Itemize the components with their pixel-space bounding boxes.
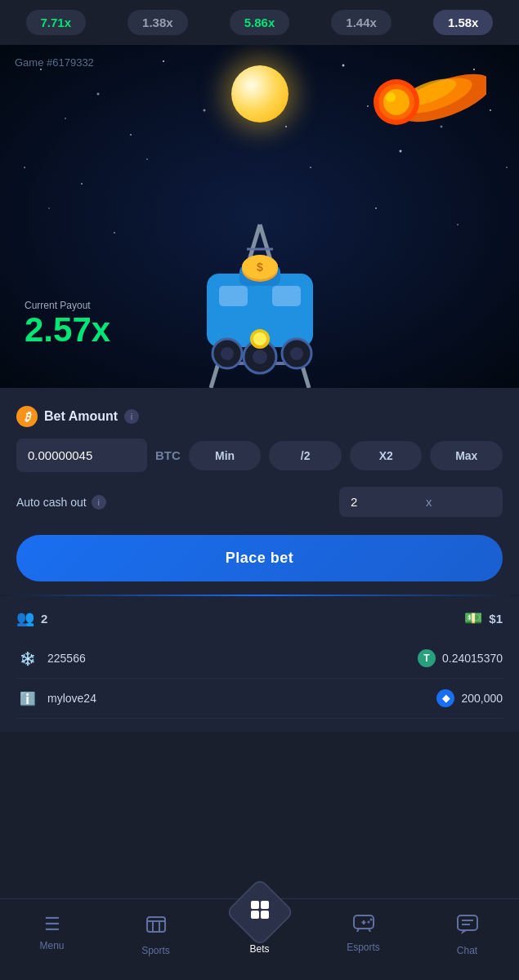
nav-bets-label: Bets bbox=[249, 943, 269, 955]
player-1-token-icon: T bbox=[418, 649, 436, 667]
bet-amount-input[interactable] bbox=[16, 439, 147, 472]
nav-menu-label: Menu bbox=[39, 940, 64, 951]
money-icon: 💵 bbox=[464, 609, 482, 627]
svg-point-66 bbox=[367, 921, 369, 924]
auto-cashout-info-icon[interactable]: i bbox=[92, 495, 106, 510]
auto-cashout-row: Auto cash out i x bbox=[16, 487, 503, 517]
svg-rect-43 bbox=[272, 286, 301, 306]
auto-cashout-input[interactable] bbox=[351, 495, 416, 509]
svg-point-51 bbox=[253, 332, 266, 345]
svg-point-48 bbox=[253, 350, 267, 364]
svg-rect-70 bbox=[458, 915, 477, 930]
player-2-amount: 200,000 bbox=[461, 692, 503, 705]
multiplier-pill-4[interactable]: 1.44x bbox=[331, 10, 391, 35]
menu-icon: ☰ bbox=[44, 914, 60, 935]
bet-amount-info-icon[interactable]: i bbox=[124, 409, 139, 424]
svg-rect-61 bbox=[251, 911, 259, 919]
player-2-left: ℹ️ mylove24 bbox=[16, 687, 96, 710]
players-stats: 👥 2 💵 $1 bbox=[16, 609, 503, 627]
svg-rect-42 bbox=[219, 286, 248, 306]
chat-icon bbox=[456, 914, 479, 940]
svg-point-1 bbox=[97, 93, 100, 96]
player-1-name: 225566 bbox=[47, 652, 86, 665]
multiplier-pill-1[interactable]: 7.71x bbox=[26, 10, 87, 35]
nav-bets[interactable]: Bets bbox=[208, 888, 311, 955]
current-payout: Current Payout 2.57x bbox=[25, 300, 110, 347]
train-track-visual: $ bbox=[56, 102, 464, 388]
player-2-avatar: ℹ️ bbox=[16, 687, 39, 710]
svg-point-47 bbox=[221, 347, 234, 360]
svg-point-30 bbox=[386, 92, 396, 102]
player-2-name: mylove24 bbox=[47, 692, 96, 705]
max-button[interactable]: Max bbox=[430, 441, 503, 470]
player-1-avatar: ❄️ bbox=[16, 647, 39, 670]
nav-chat-label: Chat bbox=[457, 945, 477, 956]
nav-sports[interactable]: Sports bbox=[104, 911, 208, 956]
btc-icon: ₿ bbox=[16, 406, 38, 427]
bet-amount-title: Bet Amount bbox=[44, 409, 118, 424]
nav-bets-diamond bbox=[225, 878, 294, 947]
multiplier-pill-3[interactable]: 5.86x bbox=[230, 10, 290, 35]
svg-point-13 bbox=[490, 109, 491, 111]
multiplier-pill-2[interactable]: 1.38x bbox=[128, 10, 188, 35]
half-button[interactable]: /2 bbox=[269, 441, 342, 470]
auto-cashout-x[interactable]: x bbox=[426, 495, 432, 509]
double-button[interactable]: X2 bbox=[350, 441, 423, 470]
bet-controls: BTC Min /2 X2 Max bbox=[16, 439, 503, 472]
players-icon: 👥 bbox=[16, 609, 34, 627]
total-bet-stat: 💵 $1 bbox=[464, 609, 503, 627]
svg-rect-62 bbox=[261, 911, 269, 919]
nav-chat[interactable]: Chat bbox=[415, 911, 519, 956]
player-2-right: ◆ 200,000 bbox=[436, 689, 503, 707]
nav-sports-label: Sports bbox=[141, 945, 170, 956]
svg-point-2 bbox=[163, 60, 164, 62]
player-count-stat: 👥 2 bbox=[16, 609, 47, 627]
player-row-2: ℹ️ mylove24 ◆ 200,000 bbox=[16, 679, 503, 719]
sports-icon bbox=[145, 914, 167, 940]
player-2-token-icon: ◆ bbox=[436, 689, 454, 707]
player-count-value: 2 bbox=[41, 612, 47, 626]
players-section: 👥 2 💵 $1 ❄️ 225566 T 0.24015370 ℹ️ mylov… bbox=[0, 596, 519, 732]
svg-point-49 bbox=[290, 347, 303, 360]
player-row-1: ❄️ 225566 T 0.24015370 bbox=[16, 639, 503, 679]
svg-point-19 bbox=[506, 167, 508, 168]
game-id: Game #6179332 bbox=[15, 56, 94, 69]
svg-point-14 bbox=[24, 167, 25, 168]
svg-rect-55 bbox=[147, 917, 165, 932]
svg-point-20 bbox=[48, 207, 50, 209]
game-area: Game #6179332 bbox=[0, 45, 519, 388]
nav-esports-label: Esports bbox=[347, 942, 380, 953]
esports-icon bbox=[352, 914, 375, 937]
svg-point-0 bbox=[40, 69, 42, 70]
bet-currency-label: BTC bbox=[155, 448, 181, 462]
svg-point-67 bbox=[369, 919, 372, 921]
total-bet-value: $1 bbox=[489, 612, 503, 626]
svg-rect-60 bbox=[261, 901, 269, 909]
svg-text:$: $ bbox=[257, 261, 263, 274]
current-payout-value: 2.57x bbox=[25, 313, 110, 347]
player-1-amount: 0.24015370 bbox=[442, 652, 503, 665]
min-button[interactable]: Min bbox=[189, 441, 262, 470]
nav-menu[interactable]: ☰ Menu bbox=[0, 911, 104, 951]
bet-amount-header: ₿ Bet Amount i bbox=[16, 406, 503, 427]
auto-cashout-label: Auto cash out i bbox=[16, 495, 333, 510]
bets-icon bbox=[248, 898, 271, 926]
player-1-right: T 0.24015370 bbox=[418, 649, 503, 667]
multiplier-bar: 7.71x 1.38x 5.86x 1.44x 1.58x bbox=[0, 0, 519, 45]
betting-panel: ₿ Bet Amount i BTC Min /2 X2 Max Auto ca… bbox=[0, 388, 519, 595]
player-1-left: ❄️ 225566 bbox=[16, 647, 86, 670]
place-bet-button[interactable]: Place bet bbox=[16, 535, 503, 581]
multiplier-pill-5[interactable]: 1.58x bbox=[433, 10, 494, 35]
svg-rect-59 bbox=[251, 901, 259, 909]
current-payout-label: Current Payout bbox=[25, 300, 110, 311]
nav-esports[interactable]: Esports bbox=[311, 911, 415, 953]
bottom-nav: ☰ Menu Sports Bets bbox=[0, 898, 519, 980]
auto-cashout-input-wrap: x bbox=[339, 487, 503, 517]
